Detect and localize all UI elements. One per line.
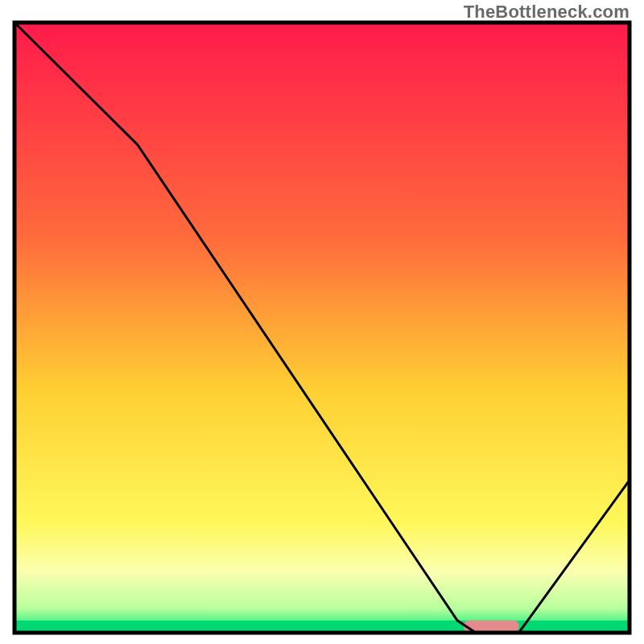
chart-container: TheBottleneck.com <box>0 0 644 644</box>
bottleneck-chart <box>0 0 644 644</box>
